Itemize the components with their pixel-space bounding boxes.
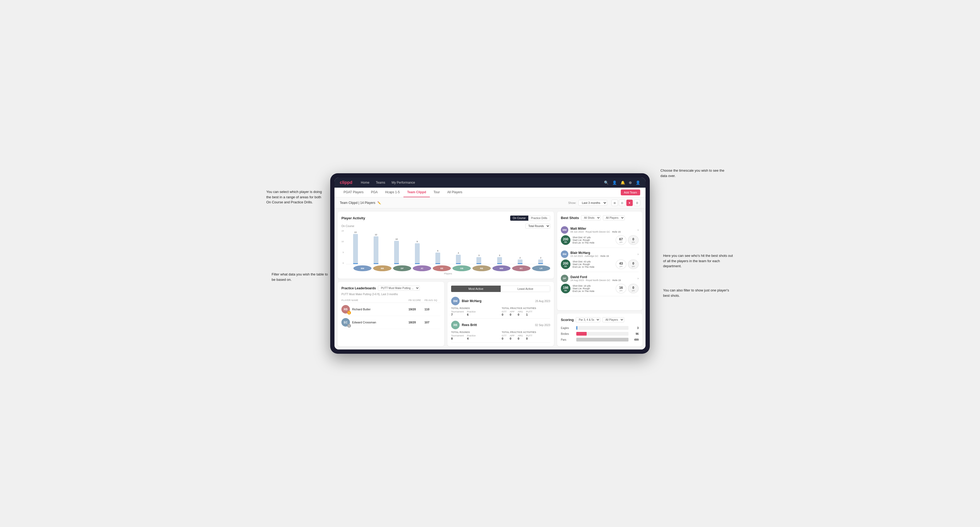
leaderboard-subtitle: PUTT Must Make Putting (3-6 ft), Last 3 … (341, 293, 441, 296)
eagles-label: Eagles (561, 327, 574, 330)
nav-teams[interactable]: Teams (376, 179, 385, 186)
shot-dist: Shot Dist: 43 yds (573, 260, 614, 263)
shot-badge: 200 SG (561, 259, 570, 269)
scoring-filter-2[interactable]: All Players (602, 317, 624, 322)
shot-detail: 24 Aug 2023 · Royal North Devon GC Hole … (570, 279, 621, 282)
eagles-bar-fill (576, 326, 578, 330)
shot-player-row: BM Blair McHarg 23 Jul 2023 · Ashridge G… (561, 251, 639, 258)
shots-filter-dropdown[interactable]: All Shots (581, 215, 601, 221)
leaderboard-dropdown[interactable]: PUTT Must Make Putting ... (378, 286, 420, 290)
view-heart-button[interactable]: ♥ (626, 200, 633, 206)
annotation-top-left: You can select which player is doing the… (266, 189, 325, 205)
chevron-right-icon[interactable]: › (638, 228, 639, 232)
leaderboard-row: EC 2 Edward Crossman 18/20 107 (341, 316, 441, 329)
person-icon[interactable]: 👤 (612, 181, 617, 185)
stat-label: Total Rounds (451, 331, 500, 333)
sub-nav-all-players[interactable]: All Players (444, 187, 466, 197)
shot-badge-num: 200 (563, 262, 568, 265)
tablet: clippd Home Teams My Performance 🔍 👤 🔔 ⊕… (330, 173, 650, 354)
avatar: DF (393, 265, 412, 271)
view-list-button[interactable]: ☰ (634, 200, 640, 206)
plus-circle-icon[interactable]: ⊕ (629, 181, 632, 185)
y-label-15: 15 (341, 230, 344, 232)
yds-label: yds (620, 241, 623, 243)
nav-my-performance[interactable]: My Performance (391, 179, 415, 186)
yds-num: 16 (619, 286, 623, 290)
sub-nav-team-clippd[interactable]: Team Clippd (403, 187, 430, 197)
shot-dist: Shot Dist: 16 yds (573, 284, 614, 287)
players-filter-dropdown[interactable]: All Players (603, 215, 625, 221)
add-team-button[interactable]: Add Team (621, 189, 640, 195)
scoring-header: Scoring Par 3, 4 & 5s All Players (561, 317, 639, 322)
sub-nav-pgat[interactable]: PGAT Players (340, 187, 367, 197)
avatar: BM (353, 265, 372, 271)
edit-icon[interactable]: ✏️ (377, 201, 381, 205)
avatar: JC (413, 265, 431, 271)
pars-value: 499 (631, 338, 639, 341)
active-tabs: Most Active Least Active (451, 286, 550, 292)
bar-value: 12 (375, 233, 377, 236)
show-select[interactable]: Last 3 months Last 6 months Last year (578, 200, 607, 206)
shot-entry: MM Matt Miller 09 Jun 2023 · Royal North… (561, 224, 639, 248)
avatar: BB (373, 265, 391, 271)
left-panel: Player Activity On Course Practice Drill… (338, 211, 554, 346)
avatar: OB (452, 265, 471, 271)
birdies-bar-bg (576, 332, 628, 336)
nav-home[interactable]: Home (361, 179, 369, 186)
shot-detail: 09 Jun 2023 · Royal North Devon GC Hole … (570, 230, 621, 233)
leaderboard-header: Practice Leaderboards PUTT Must Make Put… (341, 286, 441, 290)
practice-drills-toggle[interactable]: Practice Drills (528, 216, 550, 221)
scoring-filter-1[interactable]: Par 3, 4 & 5s (576, 317, 600, 322)
on-course-toggle[interactable]: On Course (510, 216, 528, 221)
active-player-name: Blair McHarg (462, 299, 482, 303)
yds-num: 0 (632, 286, 634, 290)
col-player-name: PLAYER NAME (341, 299, 409, 302)
total-rounds-dropdown[interactable]: Total Rounds (525, 224, 550, 229)
player-avatars: BMBBDFJCEEOBRBMMECLR (346, 265, 550, 271)
search-icon[interactable]: 🔍 (604, 181, 609, 185)
bar-value: 2 (540, 257, 541, 259)
player-activity-header: Player Activity On Course Practice Drill… (341, 215, 550, 221)
sub-nav-tour[interactable]: Tour (430, 187, 444, 197)
best-shots-header: Best Shots All Shots All Players (561, 215, 639, 221)
bar-value: 3 (478, 254, 479, 257)
view-grid4-button[interactable]: ⊞ (611, 200, 618, 206)
shot-badge-label: SG (564, 241, 567, 243)
yds-badge-1: 67 yds (616, 235, 626, 245)
avatar: DF (561, 275, 568, 282)
avatar: RB (451, 321, 460, 329)
sub-nav-hcaps[interactable]: Hcaps 1-5 (381, 187, 403, 197)
avatar: MM (561, 226, 568, 234)
avatar: EC 2 (341, 318, 350, 327)
bar-value: 10 (396, 238, 398, 240)
shot-end-lie: End Lie: In The Hole (573, 290, 614, 292)
yds-badge-1: 16 yds (616, 284, 626, 293)
best-shots-title: Best Shots (561, 216, 579, 220)
bar (518, 259, 522, 264)
view-grid2-button[interactable]: ⊟ (619, 200, 625, 206)
bar (476, 257, 481, 264)
shot-start-lie: Start Lie: Rough (573, 287, 614, 290)
bell-icon[interactable]: 🔔 (620, 181, 625, 185)
chevron-right-icon[interactable]: › (638, 276, 639, 280)
shot-dist: Shot Dist: 67 yds (573, 236, 614, 239)
active-player-name: Rees Britt (462, 323, 477, 327)
least-active-tab[interactable]: Least Active (501, 286, 550, 292)
shot-badge-num: 200 (563, 237, 568, 241)
most-active-tab[interactable]: Most Active (451, 286, 501, 292)
sub-nav-pga[interactable]: PGA (367, 187, 381, 197)
chevron-right-icon[interactable]: › (638, 252, 639, 256)
stat-label: Total Practice Activities (502, 307, 550, 310)
bar-group: 4 (449, 229, 468, 264)
eagles-value: 3 (631, 327, 639, 330)
shot-metrics: 200 SG Shot Dist: 67 yds Start Lie: Roug… (561, 235, 639, 245)
logo: clippd (340, 180, 352, 185)
user-circle-icon[interactable]: 👤 (636, 181, 640, 185)
nav-icons: 🔍 👤 🔔 ⊕ 👤 (604, 181, 640, 185)
shot-yds-group: 67 yds 0 yds (616, 235, 639, 245)
y-label-10: 10 (341, 240, 344, 243)
active-player-header: RB Rees Britt 02 Sep 2023 (451, 321, 550, 329)
scoring-row-pars: Pars 499 (561, 337, 639, 343)
col-pb-avg-sq: PB AVG SQ (425, 299, 441, 302)
team-bar: Team Clippd | 14 Players ✏️ Show: Last 3… (334, 197, 646, 208)
